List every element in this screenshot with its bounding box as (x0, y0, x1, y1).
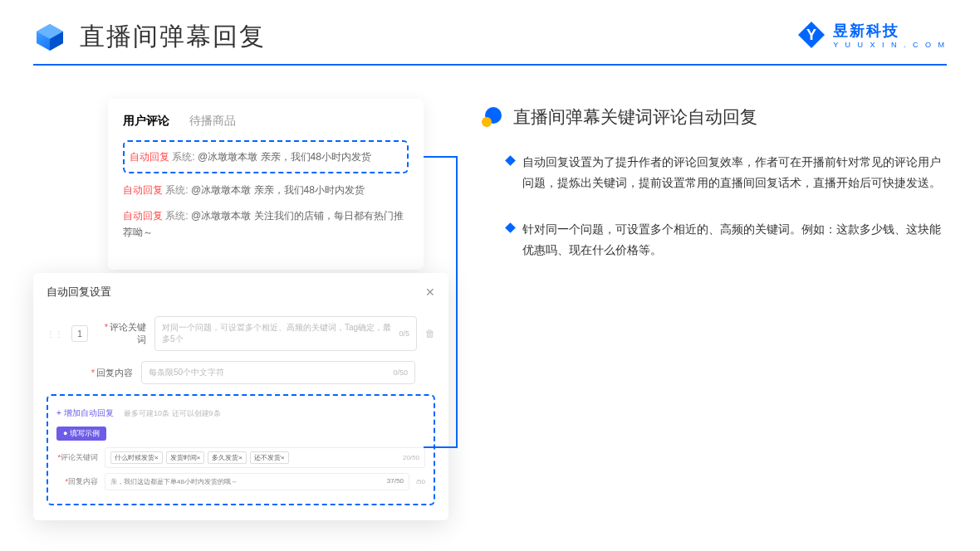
modal-title: 自动回复设置 (47, 285, 111, 300)
example-badge: ● 填写示例 (56, 427, 106, 441)
cube-icon (33, 21, 66, 54)
paragraph: 针对同一个问题，可设置多个相近的、高频的关键词。例如：这款多少钱、这块能优惠吗、… (522, 219, 947, 260)
highlighted-comment: 自动回复 系统: @冰墩墩本墩 亲亲，我们48小时内发货 (123, 140, 409, 173)
diamond-bullet-icon (505, 222, 516, 233)
section-title: 直播间弹幕关键词评论自动回复 (513, 105, 757, 129)
trash-icon[interactable]: 🗑 (425, 328, 435, 339)
rule-number: 1 (71, 325, 88, 342)
add-rule-link[interactable]: + 增加自动回复 (56, 407, 114, 419)
section-bullet-icon (482, 107, 502, 127)
tab-comments[interactable]: 用户评论 (123, 114, 169, 129)
keyword-input[interactable]: 对同一个问题，可设置多个相近、高频的关键词，Tag确定，最多5个 0/5 (154, 316, 417, 351)
comments-card: 用户评论 待播商品 自动回复 系统: @冰墩墩本墩 亲亲，我们48小时内发货 自… (108, 99, 424, 270)
example-content-input[interactable]: 亲，我们这边都是下单48小时内发货的哦～ 37/50 (105, 473, 409, 490)
page-title: 直播间弹幕回复 (80, 20, 266, 54)
diamond-bullet-icon (505, 155, 516, 166)
comment-row: 自动回复 系统: @冰墩墩本墩 亲亲，我们48小时内发货 (123, 182, 409, 198)
example-box: + 增加自动回复 最多可建10条 还可以创建9条 ● 填写示例 *评论关键词 什… (47, 394, 435, 505)
brand-name: 昱新科技 (833, 21, 947, 41)
settings-modal: 自动回复设置 ✕ ⋮⋮ 1 *评论关键词 对同一个问题，可设置多个相近、高频的关… (33, 273, 448, 520)
comment-row: 自动回复 系统: @冰墩墩本墩 关注我们的店铺，每日都有热门推荐呦～ (123, 207, 409, 241)
brand-logo: Y 昱新科技 Y U U X I N . C O M (796, 20, 947, 50)
content-input[interactable]: 每条限50个中文字符 0/50 (141, 361, 415, 384)
close-icon[interactable]: ✕ (425, 285, 435, 299)
example-keyword-input[interactable]: 什么时候发货× 发货时间× 多久发货× 还不发货× 20/50 (105, 447, 425, 468)
svg-text:Y: Y (806, 27, 816, 43)
drag-icon[interactable]: ⋮⋮ (47, 329, 63, 339)
auto-reply-tag: 自动回复 (130, 151, 169, 163)
tab-products[interactable]: 待播商品 (189, 114, 236, 129)
brand-url: Y U U X I N . C O M (833, 41, 947, 49)
paragraph: 自动回复设置为了提升作者的评论回复效率，作者可在开播前针对常见的评论用户问题，提… (522, 152, 947, 193)
